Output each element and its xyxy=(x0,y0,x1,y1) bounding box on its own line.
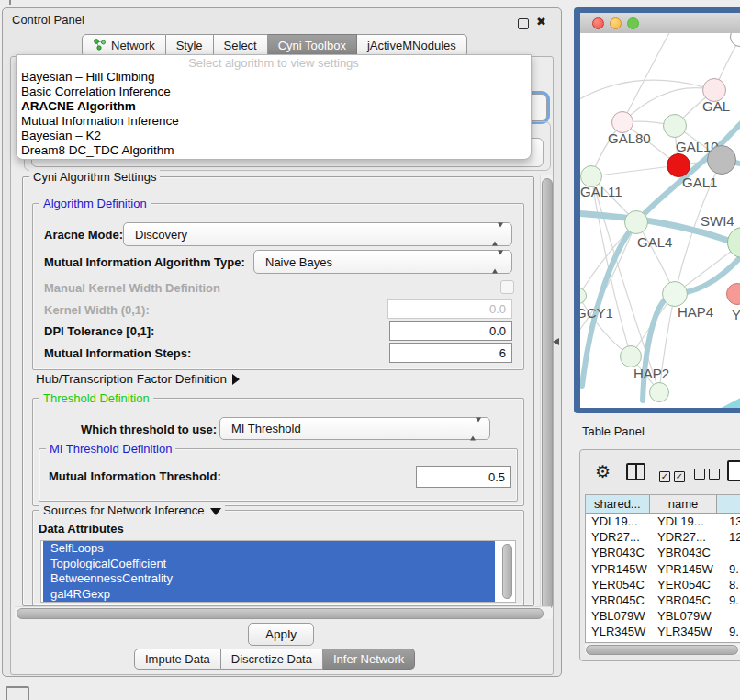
float-panel-icon[interactable] xyxy=(518,18,529,29)
hub-definition-toggle[interactable]: Hub/Transcription Factor Definition xyxy=(36,372,240,386)
algorithm-definition-group: Algorithm Definition Aracne Mode: Discov… xyxy=(32,203,524,370)
algorithm-dropdown-item[interactable]: Basic Correlation Inference xyxy=(17,85,531,99)
tab-impute-data-label: Impute Data xyxy=(145,652,210,666)
network-canvas[interactable]: GALGAL80GAL10GAL1GAL11SWI4GAL4GCY1HAP4YH… xyxy=(580,33,740,408)
table-row[interactable]: YBR043C YBR043C xyxy=(586,545,740,560)
column-header-name[interactable]: name xyxy=(650,495,718,513)
network-window-titlebar[interactable] xyxy=(580,13,740,34)
algorithm-dropdown-item[interactable]: Bayesian – Hill Climbing xyxy=(17,70,531,85)
cyni-bottom-tabbar: Impute Data Discretize Data Infer Networ… xyxy=(134,649,415,670)
dpi-tolerance-value: 0.0 xyxy=(489,324,506,338)
data-attribute-item-selected[interactable]: gal4RGexp xyxy=(43,587,495,603)
cell-name: YIL052C xyxy=(654,641,725,643)
network-node-hap4[interactable] xyxy=(662,281,688,307)
network-node[interactable] xyxy=(707,145,736,175)
mi-threshold-label: Mutual Information Threshold: xyxy=(49,469,221,483)
table-row[interactable]: YBR045C YBR045C 9. xyxy=(586,593,740,608)
zoom-window-light[interactable] xyxy=(627,17,639,29)
tab-network-label: Network xyxy=(111,39,155,52)
cyni-toolbox-content: gal-filtered sif default node Select alg… xyxy=(10,56,554,675)
network-node-gal4[interactable] xyxy=(624,210,648,234)
tab-discretize-data-label: Discretize Data xyxy=(231,652,312,666)
tab-infer-network[interactable]: Infer Network xyxy=(323,649,415,670)
cell-name: YDR27... xyxy=(654,530,725,544)
which-threshold-combo[interactable]: MI Threshold xyxy=(219,417,490,440)
combo-stepper-icon xyxy=(492,255,503,269)
cell-value: 9. xyxy=(725,625,740,638)
mi-threshold-field[interactable]: 0.5 xyxy=(416,466,511,488)
data-attribute-item-selected[interactable]: BetweennessCentrality xyxy=(43,571,495,587)
table-hscrollbar-thumb[interactable] xyxy=(586,645,738,655)
data-attribute-item-selected[interactable]: TopologicalCoefficient xyxy=(43,557,495,572)
table-row[interactable]: YLR345W YLR345W 9. xyxy=(586,624,740,639)
mi-steps-field[interactable]: 6 xyxy=(389,343,512,363)
gear-icon[interactable]: ⚙ xyxy=(595,461,611,482)
kernel-width-value: 0.0 xyxy=(489,302,506,316)
minimized-panel-icon[interactable] xyxy=(6,686,29,700)
network-node-hap2[interactable] xyxy=(620,345,642,367)
node-table: shared... name YDL19... YDL19... 13 YDR2… xyxy=(585,494,740,643)
tab-infer-network-label: Infer Network xyxy=(333,652,404,666)
table-row[interactable]: YER054C YER054C 8. xyxy=(586,577,740,593)
cell-name: YBR045C xyxy=(654,593,725,607)
apply-button[interactable]: Apply xyxy=(248,623,314,646)
table-row[interactable]: YPR145W YPR145W 9. xyxy=(586,561,740,577)
sources-group-title[interactable]: Sources for Network Inference xyxy=(39,503,225,517)
deselect-all-icon[interactable] xyxy=(694,467,723,483)
network-node-label: GCY1 xyxy=(580,305,613,321)
network-node-label: GAL xyxy=(702,98,730,114)
control-panel-window: Control Panel ✖ Network Style Select Cyn… xyxy=(2,7,562,677)
algorithm-dropdown-item[interactable]: ARACNE Algorithm xyxy=(17,99,531,114)
settings-vscrollbar-track[interactable] xyxy=(540,175,553,617)
cell-value: 9 xyxy=(725,641,740,643)
column-header-shared-name[interactable]: shared... xyxy=(586,495,650,513)
mi-steps-label: Mutual Information Steps: xyxy=(44,346,191,360)
close-panel-icon[interactable]: ✖ xyxy=(536,15,546,28)
table-hscrollbar-track[interactable] xyxy=(585,644,740,654)
table-panel-window: ⚙ ✓✓ shared... name YDL19... YDL19... 13… xyxy=(579,449,740,661)
table-row[interactable]: YBL079W YBL079W xyxy=(586,608,740,624)
algorithm-dropdown-list: Bayesian – Hill ClimbingBasic Correlatio… xyxy=(17,70,531,158)
mouse-cursor xyxy=(553,338,559,345)
kernel-width-field[interactable]: 0.0 xyxy=(387,299,512,319)
settings-hscrollbar-thumb[interactable] xyxy=(17,608,544,619)
list-scrollbar-thumb[interactable] xyxy=(502,544,512,599)
network-node-label: HAP4 xyxy=(678,304,713,320)
settings-vscrollbar-thumb[interactable] xyxy=(542,178,553,610)
document-icon[interactable] xyxy=(727,460,740,481)
algorithm-dropdown-item[interactable]: Dream8 DC_TDC Algorithm xyxy=(17,143,531,158)
network-node-label: GAL1 xyxy=(682,175,717,190)
mi-type-label: Mutual Information Algorithm Type: xyxy=(44,255,245,269)
settings-hscrollbar-track[interactable] xyxy=(15,606,551,619)
tab-select-label: Select xyxy=(224,39,257,52)
cell-name: YPR145W xyxy=(654,562,725,576)
select-all-icon[interactable]: ✓✓ xyxy=(659,467,689,483)
cell-shared-name: YER054C xyxy=(586,578,654,592)
network-node[interactable] xyxy=(649,382,669,402)
data-attribute-item-selected[interactable]: SelfLoops xyxy=(43,541,495,557)
manual-kernel-checkbox[interactable] xyxy=(500,280,514,294)
cell-value: 12 xyxy=(725,530,740,544)
split-columns-icon[interactable] xyxy=(626,463,645,480)
network-node-gal10[interactable] xyxy=(663,114,687,138)
mi-type-combo[interactable]: Naive Bayes xyxy=(253,250,512,274)
aracne-mode-combo[interactable]: Discovery xyxy=(123,222,512,246)
tab-jactivemnodules-label: jActiveMNodules xyxy=(367,39,456,52)
table-row[interactable]: YDL19... YDL19... 13 xyxy=(586,514,740,529)
manual-kernel-label: Manual Kernel Width Definition xyxy=(44,281,220,295)
column-header-third[interactable] xyxy=(717,495,740,513)
tab-impute-data[interactable]: Impute Data xyxy=(134,649,221,670)
table-row[interactable]: YDR27... YDR27... 12 xyxy=(586,529,740,545)
algorithm-dropdown-item[interactable]: Mutual Information Inference xyxy=(17,114,531,129)
cell-value: 8. xyxy=(725,578,740,592)
algorithm-dropdown-item[interactable]: Bayesian – K2 xyxy=(17,129,531,143)
minimize-window-light[interactable] xyxy=(610,17,622,29)
tab-discretize-data[interactable]: Discretize Data xyxy=(221,649,323,670)
threshold-definition-group: Threshold Definition Which threshold to … xyxy=(32,398,524,506)
dpi-tolerance-field[interactable]: 0.0 xyxy=(389,321,512,341)
table-body: YDL19... YDL19... 13 YDR27... YDR27... 1… xyxy=(586,514,740,643)
table-row[interactable]: YIL052C YIL052C 9 xyxy=(586,640,740,644)
window-edge-tick xyxy=(9,0,11,5)
close-window-light[interactable] xyxy=(592,17,604,29)
cell-name: YER054C xyxy=(654,578,725,592)
